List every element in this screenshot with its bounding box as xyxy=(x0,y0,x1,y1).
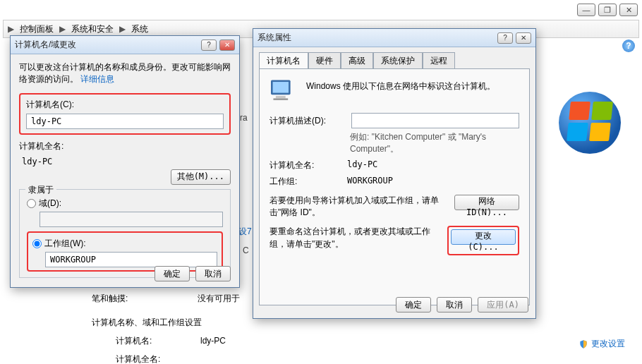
breadcrumb-item[interactable]: 控制面板 xyxy=(17,22,56,37)
dialog-title: 系统属性 xyxy=(258,32,291,44)
full-computer-name-label: 计算机全名: xyxy=(116,353,200,365)
dialog-title: 计算机名/域更改 xyxy=(15,39,76,51)
member-of-group: 隶属于 域(D): 工作组(W): xyxy=(19,189,231,278)
computer-name-value: ldy-PC xyxy=(200,336,341,346)
windows-logo xyxy=(559,92,622,155)
maximize-button[interactable]: ❐ xyxy=(598,4,617,16)
change-settings-link[interactable]: 更改设置 xyxy=(579,338,625,350)
svg-rect-1 xyxy=(273,82,289,93)
help-button[interactable]: ? xyxy=(201,40,217,51)
full-computer-name-value: ldy-PC xyxy=(19,155,231,168)
workgroup-radio-label: 工作组(W): xyxy=(44,238,86,250)
close-icon[interactable]: ✕ xyxy=(516,32,531,44)
more-button[interactable]: 其他(M)... xyxy=(171,169,231,185)
rename-computer-dialog: 计算机名/域更改 ? ✕ 可以更改这台计算机的名称和成员身份。更改可能影响网络资… xyxy=(10,35,240,288)
titlebar[interactable]: 计算机名/域更改 ? ✕ xyxy=(11,36,239,54)
domain-radio[interactable] xyxy=(27,199,36,208)
computer-description-input[interactable] xyxy=(351,113,519,128)
member-of-legend: 隶属于 xyxy=(25,184,56,196)
computer-description-example: 例如: "Kitchen Computer" 或 "Mary's Compute… xyxy=(350,131,519,155)
tab-strip: 计算机名 硬件 高级 系统保护 远程 xyxy=(259,51,530,68)
svg-rect-3 xyxy=(273,98,288,100)
close-icon[interactable]: ✕ xyxy=(219,40,235,51)
domain-input xyxy=(40,212,223,227)
domain-radio-label: 域(D): xyxy=(39,198,61,210)
cancel-button[interactable]: 取消 xyxy=(195,266,231,281)
computer-name-label: 计算机名(C): xyxy=(26,99,224,111)
breadcrumb-sep: ▶ xyxy=(119,24,126,34)
dialog-description: 可以更改这台计算机的名称和成员身份。更改可能影响网络资源的访问。 详细信息 xyxy=(19,61,231,86)
tab-remote[interactable]: 远程 xyxy=(423,52,455,69)
tab-computer-name[interactable]: 计算机名 xyxy=(259,52,308,69)
change-button[interactable]: 更改(C)... xyxy=(451,229,516,245)
breadcrumb-item[interactable]: 系统 xyxy=(128,22,151,37)
computer-description-label: 计算机描述(D): xyxy=(269,115,347,127)
main-window-controls: — ❐ ✕ xyxy=(577,4,638,16)
minimize-button[interactable]: — xyxy=(577,4,595,16)
tab-system-protection[interactable]: 系统保护 xyxy=(373,52,423,69)
bg-fragment: ra xyxy=(240,113,248,123)
full-computer-name-label: 计算机全名: xyxy=(19,140,231,152)
tab-advanced[interactable]: 高级 xyxy=(341,52,373,69)
system-properties-dialog: 系统属性 ? ✕ 计算机名 硬件 高级 系统保护 远程 Windows 使用以下… xyxy=(253,28,536,319)
cancel-button[interactable]: 取消 xyxy=(437,297,472,313)
computer-name-label: 计算机名: xyxy=(116,335,200,347)
network-id-text: 若要使用向导将计算机加入域或工作组，请单击"网络 ID"。 xyxy=(269,195,447,219)
breadcrumb-sep: ▶ xyxy=(8,24,14,34)
close-button[interactable]: ✕ xyxy=(619,4,638,16)
breadcrumb-item[interactable]: 系统和安全 xyxy=(68,22,116,37)
change-name-text: 要重命名这台计算机，或者更改其域或工作组，请单击"更改"。 xyxy=(269,226,440,255)
network-id-button[interactable]: 网络 ID(N)... xyxy=(454,195,519,210)
titlebar[interactable]: 系统属性 ? ✕ xyxy=(253,29,535,47)
full-computer-name-value: ldy-PC xyxy=(347,159,519,171)
tab-hardware[interactable]: 硬件 xyxy=(308,52,341,69)
full-computer-name-label: 计算机全名: xyxy=(269,159,347,171)
panel-heading: Windows 使用以下信息在网络中标识这台计算机。 xyxy=(306,78,519,92)
tab-panel-computer-name: Windows 使用以下信息在网络中标识这台计算机。 计算机描述(D): 例如:… xyxy=(259,68,530,305)
section-heading: 计算机名称、域和工作组设置 xyxy=(92,317,202,329)
workgroup-radio[interactable] xyxy=(32,239,42,248)
workgroup-label: 工作组: xyxy=(269,176,347,188)
shield-icon xyxy=(579,339,588,349)
help-button[interactable]: ? xyxy=(497,32,513,44)
help-icon[interactable]: ? xyxy=(622,40,635,52)
highlight-computer-name: 计算机名(C): xyxy=(19,93,231,135)
bg-fragment: 设7 xyxy=(238,226,252,238)
svg-rect-2 xyxy=(276,96,286,98)
ok-button[interactable]: 确定 xyxy=(396,297,431,313)
pen-touch-label: 笔和触摸: xyxy=(92,293,198,305)
ok-button[interactable]: 确定 xyxy=(155,266,190,281)
bg-fragment: C xyxy=(243,245,249,255)
computer-name-input[interactable] xyxy=(26,114,224,129)
workgroup-value: WORKGROUP xyxy=(347,176,519,188)
computer-icon xyxy=(269,78,299,104)
workgroup-input[interactable] xyxy=(45,252,217,267)
details-link[interactable]: 详细信息 xyxy=(80,74,114,84)
change-settings-label: 更改设置 xyxy=(591,338,625,350)
apply-button: 应用(A) xyxy=(478,297,528,313)
breadcrumb-sep: ▶ xyxy=(59,24,66,34)
